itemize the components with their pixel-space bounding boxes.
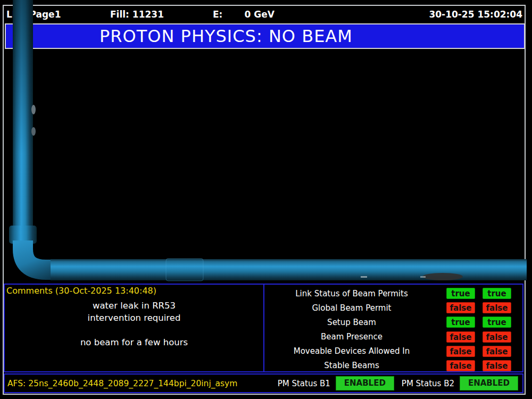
bottom-panels: Comments (30-Oct-2025 13:40:48) water le… <box>4 284 523 372</box>
table-row: Setup Beam true true <box>264 317 522 328</box>
status-badge-b1: false <box>446 346 475 357</box>
comments-body: water leak in RR53 intervention required… <box>5 300 263 348</box>
status-badge-b2: true <box>483 317 511 328</box>
datetime: 30-10-25 15:02:04 <box>429 6 522 22</box>
footer-bar: AFS: 25ns_2460b_2448_2089_2227_144bpi_20… <box>4 373 523 393</box>
row-label: Global Beam Permit <box>264 303 439 313</box>
status-badge-b1: true <box>446 317 475 328</box>
beam-mode-text: PROTON PHYSICS: NO BEAM <box>6 26 446 46</box>
top-status-bar: LHC Page1 Fill: 11231 E: 0 GeV 30-10-25 … <box>4 6 523 22</box>
energy-value: 0 GeV <box>233 6 275 22</box>
comments-title: Comments (30-Oct-2025 13:40:48) <box>6 286 156 296</box>
comments-panel: Comments (30-Oct-2025 13:40:48) water le… <box>5 285 264 371</box>
table-row: Global Beam Permit false false <box>264 302 522 313</box>
status-badge-b1: true <box>446 288 475 299</box>
bis-table-header: BIS status and SMP flags B1 B2 <box>265 271 524 281</box>
comment-line: no beam for a few hours <box>5 336 263 348</box>
bis-header-title: BIS status and SMP flags <box>265 271 446 280</box>
comment-line: intervention required <box>5 312 263 324</box>
status-badge-b2: false <box>483 302 511 313</box>
table-row: Link Status of Beam Permits true true <box>264 288 522 299</box>
status-badge-b2: true <box>483 288 511 299</box>
pm-status-b2-badge: ENABLED <box>460 376 518 390</box>
page-title: LHC Page1 <box>6 6 61 22</box>
row-label: Setup Beam <box>264 318 439 327</box>
status-badge-b1: false <box>446 331 475 343</box>
status-badge-b1: false <box>446 360 475 371</box>
comment-line <box>5 324 263 336</box>
fill-number: Fill: 11231 <box>110 6 164 22</box>
row-label: Link Status of Beam Permits <box>264 289 439 298</box>
status-badge-b2: false <box>483 346 511 357</box>
comment-line: water leak in RR53 <box>5 300 263 312</box>
table-row: Beam Presence false false <box>264 331 522 343</box>
pm-status-b1-label: PM Status B1 <box>278 379 330 388</box>
pm-status-b2-label: PM Status B2 <box>402 379 454 388</box>
status-badge-b2: false <box>483 331 511 343</box>
bis-status-panel: Link Status of Beam Permits true true Gl… <box>264 285 522 375</box>
row-label: Stable Beams <box>264 361 439 370</box>
row-label: Beam Presence <box>264 332 439 342</box>
bis-header-b2: B2 <box>483 271 511 280</box>
status-badge-b1: false <box>446 302 475 313</box>
lhc-page1-screen: LHC Page1 Fill: 11231 E: 0 GeV 30-10-25 … <box>0 0 532 399</box>
table-row: Moveable Devices Allowed In false false <box>264 346 522 357</box>
pm-status-b1-badge: ENABLED <box>336 376 394 390</box>
row-label: Moveable Devices Allowed In <box>264 346 439 356</box>
post-mortem-status-group: PM Status B1 ENABLED PM Status B2 ENABLE… <box>270 376 522 390</box>
afs-scheme-text: AFS: 25ns_2460b_2448_2089_2227_144bpi_20… <box>7 379 237 388</box>
table-row: Stable Beams false false <box>264 360 522 371</box>
energy-label: E: <box>213 6 222 22</box>
beam-mode-banner: PROTON PHYSICS: NO BEAM <box>5 23 525 49</box>
bis-header-b1: B1 <box>446 271 475 280</box>
status-badge-b2: false <box>483 360 511 371</box>
